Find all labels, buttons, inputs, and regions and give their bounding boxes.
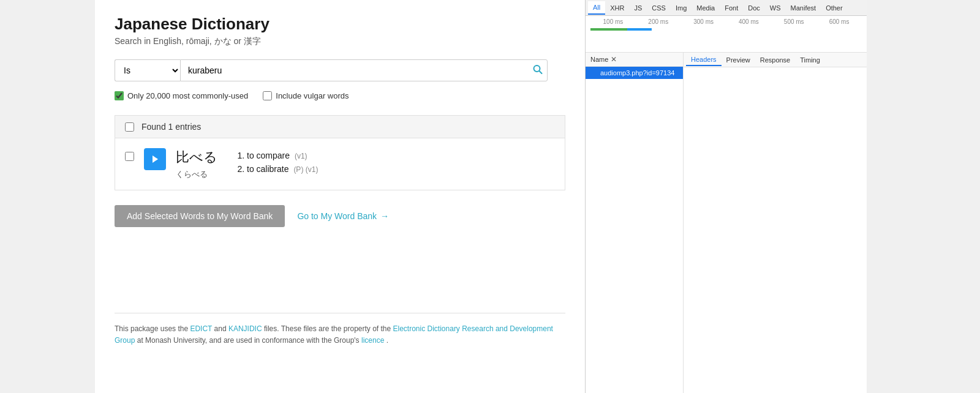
results-count: Found 1 entries xyxy=(141,122,201,132)
devtools-tab-media[interactable]: Media xyxy=(692,2,720,14)
page-subtitle: Search in English, rōmaji, かな or 漢字 xyxy=(115,36,565,47)
timeline-ruler: 100 ms 200 ms 300 ms 400 ms 500 ms 600 m… xyxy=(586,18,867,25)
licence-link[interactable]: licence xyxy=(361,336,384,345)
def-tag-1: (v1) xyxy=(295,152,307,160)
page-title: Japanese Dictionary xyxy=(115,15,565,34)
network-item-audiomp3[interactable]: audiomp3.php?id=97134 xyxy=(586,67,683,79)
def-tag-2: (P) (v1) xyxy=(293,165,318,174)
definition-item-1: to compare (v1) xyxy=(247,151,555,160)
devtools-tab-css[interactable]: CSS xyxy=(647,2,671,14)
definition-item-2: to calibrate (P) (v1) xyxy=(247,164,555,174)
devtools-tab-font[interactable]: Font xyxy=(720,2,743,14)
devtools-tab-js[interactable]: JS xyxy=(629,2,647,14)
result-entry: 比べる くらべる to compare (v1) to calibrate (P… xyxy=(115,138,565,190)
goto-wordbank-label: Go to My Word Bank xyxy=(297,211,377,221)
main-content: Japanese Dictionary Search in English, r… xyxy=(95,0,585,393)
detail-tab-response[interactable]: Response xyxy=(755,54,796,66)
search-button[interactable] xyxy=(533,65,543,77)
options-row: Only 20,000 most commonly-used Include v… xyxy=(115,91,565,100)
svg-marker-2 xyxy=(153,155,158,163)
edict-link[interactable]: EDICT xyxy=(190,324,212,333)
results-header: Found 1 entries xyxy=(115,115,565,138)
detail-tab-timing[interactable]: Timing xyxy=(795,54,825,66)
select-all-checkbox[interactable] xyxy=(125,122,134,132)
detail-tab-preview[interactable]: Preview xyxy=(722,54,755,66)
timeline-mark-300: 300 ms xyxy=(681,18,726,25)
devtools-timeline: 100 ms 200 ms 300 ms 400 ms 500 ms 600 m… xyxy=(586,16,867,53)
vulgar-words-checkbox[interactable] xyxy=(263,91,272,100)
devtools-tab-xhr[interactable]: XHR xyxy=(605,2,629,14)
search-filter-select[interactable]: Is Starts with Contains xyxy=(115,59,180,81)
entry-checkbox[interactable] xyxy=(125,152,134,161)
network-list-header: Name ✕ xyxy=(586,53,683,67)
detail-panel: Headers Preview Response Timing xyxy=(684,53,867,393)
devtools-tab-all[interactable]: All xyxy=(588,1,605,15)
devtools-panel: All XHR JS CSS Img Media Font Doc WS Man… xyxy=(585,0,867,393)
def-text-1: to compare xyxy=(247,151,290,160)
add-to-wordbank-button[interactable]: Add Selected Words to My Word Bank xyxy=(115,205,285,227)
timeline-mark-100: 100 ms xyxy=(590,18,636,25)
def-text-2: to calibrate xyxy=(247,164,288,174)
commonly-used-option[interactable]: Only 20,000 most commonly-used xyxy=(115,91,248,100)
vulgar-words-option[interactable]: Include vulgar words xyxy=(263,91,349,100)
commonly-used-label: Only 20,000 most commonly-used xyxy=(127,91,248,100)
svg-line-1 xyxy=(540,71,542,73)
goto-wordbank-link[interactable]: Go to My Word Bank → xyxy=(297,211,389,221)
timeline-bar-green xyxy=(590,28,627,31)
word-kanji: 比べる xyxy=(176,148,225,167)
arrow-icon: → xyxy=(380,211,389,221)
vulgar-words-label: Include vulgar words xyxy=(276,91,349,100)
definitions: to compare (v1) to calibrate (P) (v1) xyxy=(235,148,555,178)
network-list: Name ✕ audiomp3.php?id=97134 xyxy=(586,53,684,393)
detail-tabs: Headers Preview Response Timing xyxy=(684,53,867,67)
devtools-network: Name ✕ audiomp3.php?id=97134 Headers Pre… xyxy=(586,53,867,393)
timeline-mark-400: 400 ms xyxy=(726,18,771,25)
devtools-tabs: All XHR JS CSS Img Media Font Doc WS Man… xyxy=(586,0,867,16)
word-kana: くらべる xyxy=(176,169,225,180)
devtools-tab-doc[interactable]: Doc xyxy=(743,2,765,14)
timeline-bar-blue xyxy=(627,28,652,31)
commonly-used-checkbox[interactable] xyxy=(115,91,124,100)
close-detail-button[interactable]: ✕ xyxy=(611,55,617,64)
devtools-tab-img[interactable]: Img xyxy=(671,2,692,14)
footer-text: This package uses the EDICT and KANJIDIC… xyxy=(115,313,565,346)
search-input-wrapper xyxy=(180,59,548,81)
actions-row: Add Selected Words to My Word Bank Go to… xyxy=(115,205,565,227)
devtools-tab-ws[interactable]: WS xyxy=(765,2,786,14)
word-block: 比べる くらべる xyxy=(176,148,225,180)
timeline-mark-600: 600 ms xyxy=(816,18,862,25)
network-item-name: audiomp3.php?id=97134 xyxy=(600,69,674,77)
search-input[interactable] xyxy=(180,59,548,81)
timeline-mark-500: 500 ms xyxy=(771,18,816,25)
sidebar-strip xyxy=(0,0,95,393)
devtools-tab-other[interactable]: Other xyxy=(821,2,848,14)
kanjidic-link[interactable]: KANJIDIC xyxy=(228,324,262,333)
search-row: Is Starts with Contains xyxy=(115,59,565,81)
timeline-mark-200: 200 ms xyxy=(636,18,681,25)
devtools-tab-manifest[interactable]: Manifest xyxy=(786,2,821,14)
detail-tab-headers[interactable]: Headers xyxy=(686,54,722,66)
detail-content xyxy=(684,67,867,393)
audio-button[interactable] xyxy=(144,148,166,170)
network-item-icon xyxy=(590,69,598,77)
network-name-col-label: Name xyxy=(590,56,608,63)
